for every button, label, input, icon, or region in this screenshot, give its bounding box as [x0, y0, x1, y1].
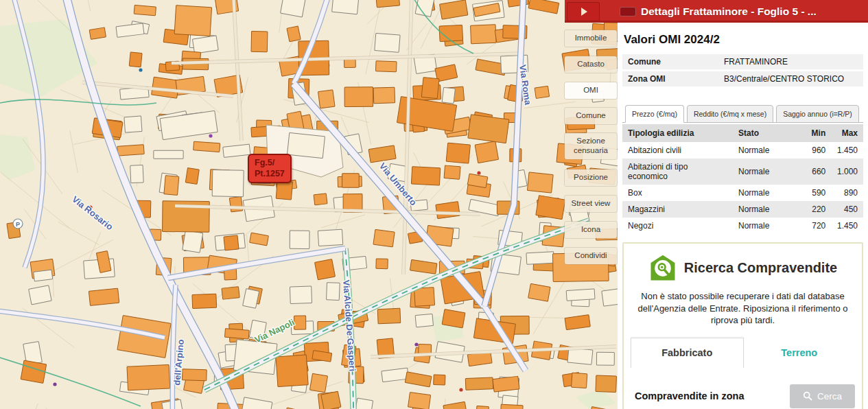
column-header: Tipologia edilizia	[622, 124, 733, 142]
info-label: Comune	[628, 57, 724, 67]
column-header: Stato	[733, 124, 806, 142]
sidebar-item-immobile[interactable]: Immobile	[565, 30, 617, 47]
table-cell: 220	[806, 201, 831, 218]
table-cell: Normale	[733, 218, 806, 234]
info-row-comune: ComuneFRATTAMINORE	[622, 54, 863, 69]
title-badge-icon	[620, 7, 636, 16]
marker-particella-label: Pt.1257	[255, 168, 285, 179]
table-cell: Box	[622, 185, 733, 201]
table-cell: Normale	[733, 201, 806, 218]
ricerca-tabs: FabbricatoTerreno	[631, 338, 855, 368]
info-value: FRATTAMINORE	[724, 57, 788, 67]
table-cell: Negozi	[622, 218, 733, 234]
ricerca-header: Ricerca Compravendite	[631, 253, 855, 282]
play-arrow-icon	[581, 8, 587, 16]
zone-search-label: Compravendite in zona	[635, 390, 744, 401]
table-row: NegoziNormale7201.450	[622, 218, 863, 234]
table-cell: Magazzini	[622, 201, 733, 218]
table-cell: Normale	[733, 159, 806, 185]
table-cell: Abitazioni civili	[622, 142, 733, 159]
ricerca-compravendite-card: Ricerca Compravendite Non è stato possib…	[622, 242, 863, 409]
info-value: B3/Centrale/CENTRO STORICO	[724, 74, 844, 84]
table-cell: Normale	[733, 185, 806, 201]
house-search-icon	[648, 253, 677, 282]
table-cell: 1.450	[831, 218, 863, 234]
table-cell: 450	[831, 201, 863, 218]
table-row: Abitazioni civiliNormale9601.450	[622, 142, 863, 159]
table-cell: 720	[806, 218, 831, 234]
collapse-panel-button[interactable]	[567, 2, 600, 21]
table-cell: 590	[806, 185, 831, 201]
omi-value-tabs: Prezzo (€/mq)Reddito (€/mq x mese)Saggio…	[622, 104, 863, 123]
table-row: MagazziniNormale220450	[622, 201, 863, 218]
sidebar-item-posizione[interactable]: Posizione	[565, 170, 617, 186]
panel-header: Dettagli Frattaminore - Foglio 5 - ...	[565, 0, 868, 23]
map-area[interactable]: PVia RosarioVia UmbertoVia RomaVia Napol…	[0, 0, 618, 409]
ricerca-tab-terreno[interactable]: Terreno	[744, 338, 856, 368]
parcel-marker[interactable]: Fg.5/ Pt.1257	[248, 154, 292, 183]
cerca-button[interactable]: Cerca	[790, 384, 855, 408]
sidebar-item-catasto[interactable]: Catasto	[565, 56, 617, 73]
omi-tab-2[interactable]: Saggio annuo (i=R/P)	[776, 105, 859, 123]
omi-tab-1[interactable]: Reddito (€/mq x mese)	[687, 105, 773, 123]
table-cell: 890	[831, 185, 863, 201]
table-cell: Abitazioni di tipo economico	[622, 159, 733, 185]
marker-foglio-label: Fg.5/	[255, 157, 285, 168]
cerca-button-label: Cerca	[817, 391, 842, 401]
sidebar-item-comune[interactable]: Comune	[565, 108, 617, 124]
column-header: Min	[806, 124, 831, 142]
sidebar-item-sezione-censuaria[interactable]: Sezione censuaria	[565, 133, 617, 159]
sidebar-item-icona[interactable]: Icona	[565, 222, 617, 238]
ricerca-bottom-row: Compravendite in zona Cerca	[631, 384, 855, 408]
omi-info: ComuneFRATTAMINOREZona OMIB3/Centrale/CE…	[622, 54, 863, 86]
table-cell: 660	[806, 159, 831, 185]
table-cell: 1.450	[831, 142, 863, 159]
ricerca-tab-fabbricato[interactable]: Fabbricato	[631, 338, 744, 368]
info-row-zona-omi: Zona OMIB3/Centrale/CENTRO STORICO	[622, 71, 863, 86]
table-cell: 960	[806, 142, 831, 159]
sidebar-item-condividi[interactable]: Condividi	[565, 248, 617, 264]
details-panel: Valori OMI 2024/2 ComuneFRATTAMINOREZona…	[618, 23, 868, 409]
sidebar-item-street-view[interactable]: Street view	[565, 196, 617, 212]
omi-tab-0[interactable]: Prezzo (€/mq)	[625, 105, 684, 123]
column-header: Max	[831, 124, 863, 142]
table-row: Abitazioni di tipo economicoNormale6601.…	[622, 159, 863, 185]
map-canvas[interactable]: PVia RosarioVia UmbertoVia RomaVia Napol…	[0, 0, 618, 409]
app-window: PVia RosarioVia UmbertoVia RomaVia Napol…	[0, 0, 868, 409]
ricerca-error-message: Non è stato possibile recuperare i dati …	[632, 290, 854, 327]
sidebar-menu: ImmobileCatastoOMIComuneSezione censuari…	[564, 0, 618, 409]
sidebar-item-omi[interactable]: OMI	[565, 82, 617, 99]
ricerca-title: Ricerca Compravendite	[684, 260, 837, 276]
table-cell: Normale	[733, 142, 806, 159]
panel-title: Dettagli Frattaminore - Foglio 5 - ...	[641, 5, 817, 18]
table-header-row: Tipologia ediliziaStatoMinMax	[622, 124, 863, 142]
omi-values-title: Valori OMI 2024/2	[624, 33, 862, 47]
search-icon	[803, 391, 812, 401]
omi-values-table: Tipologia ediliziaStatoMinMax Abitazioni…	[622, 124, 863, 234]
table-cell: 1.000	[831, 159, 863, 185]
info-label: Zona OMI	[628, 74, 724, 84]
table-row: BoxNormale590890	[622, 185, 863, 201]
parking-icon: P	[16, 221, 20, 228]
